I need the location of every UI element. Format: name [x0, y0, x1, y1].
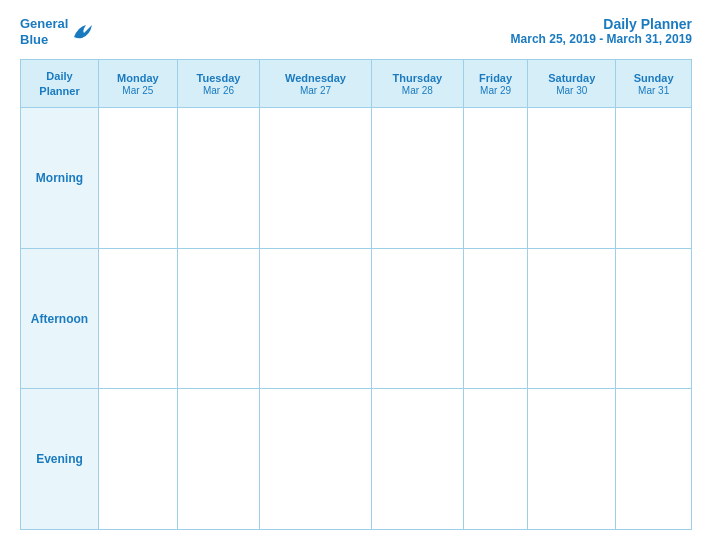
logo-blue: Blue	[20, 32, 48, 47]
col-monday: Monday Mar 25	[99, 60, 178, 108]
row-label-morning: Morning	[21, 108, 99, 249]
col-sunday-date: Mar 31	[618, 85, 689, 96]
logo-general: General	[20, 16, 68, 31]
cell-saturday-evening[interactable]	[528, 389, 616, 530]
table-row-afternoon: Afternoon	[21, 248, 692, 389]
table-row-evening: Evening	[21, 389, 692, 530]
cell-saturday-morning[interactable]	[528, 108, 616, 249]
cell-sunday-evening[interactable]	[616, 389, 692, 530]
cell-monday-evening[interactable]	[99, 389, 178, 530]
logo: General Blue	[20, 16, 94, 47]
cell-friday-evening[interactable]	[463, 389, 527, 530]
col-tuesday-day: Tuesday	[180, 71, 258, 85]
logo-bird-icon	[72, 23, 94, 41]
logo-text: General Blue	[20, 16, 68, 47]
page-header: General Blue Daily Planner March 25, 201…	[20, 16, 692, 47]
col-thursday-date: Mar 28	[374, 85, 461, 96]
col-monday-day: Monday	[101, 71, 175, 85]
col-tuesday: Tuesday Mar 26	[177, 60, 260, 108]
cell-saturday-afternoon[interactable]	[528, 248, 616, 389]
table-header-row: Daily Planner Monday Mar 25 Tuesday Mar …	[21, 60, 692, 108]
cell-monday-morning[interactable]	[99, 108, 178, 249]
row-label-afternoon: Afternoon	[21, 248, 99, 389]
col-saturday-date: Mar 30	[530, 85, 613, 96]
col-saturday: Saturday Mar 30	[528, 60, 616, 108]
planner-title: Daily Planner	[511, 16, 692, 32]
col-sunday: Sunday Mar 31	[616, 60, 692, 108]
cell-thursday-evening[interactable]	[371, 389, 463, 530]
label-line2: Planner	[39, 85, 79, 97]
col-wednesday-day: Wednesday	[262, 71, 369, 85]
col-saturday-day: Saturday	[530, 71, 613, 85]
col-wednesday: Wednesday Mar 27	[260, 60, 372, 108]
planner-table: Daily Planner Monday Mar 25 Tuesday Mar …	[20, 59, 692, 530]
cell-wednesday-evening[interactable]	[260, 389, 372, 530]
col-wednesday-date: Mar 27	[262, 85, 369, 96]
title-block: Daily Planner March 25, 2019 - March 31,…	[511, 16, 692, 46]
cell-friday-afternoon[interactable]	[463, 248, 527, 389]
col-thursday: Thursday Mar 28	[371, 60, 463, 108]
cell-thursday-morning[interactable]	[371, 108, 463, 249]
col-tuesday-date: Mar 26	[180, 85, 258, 96]
cell-wednesday-afternoon[interactable]	[260, 248, 372, 389]
cell-tuesday-evening[interactable]	[177, 389, 260, 530]
cell-monday-afternoon[interactable]	[99, 248, 178, 389]
cell-wednesday-morning[interactable]	[260, 108, 372, 249]
col-friday-day: Friday	[466, 71, 525, 85]
col-friday: Friday Mar 29	[463, 60, 527, 108]
table-row-morning: Morning	[21, 108, 692, 249]
cell-tuesday-morning[interactable]	[177, 108, 260, 249]
row-label-evening: Evening	[21, 389, 99, 530]
label-line1: Daily	[46, 70, 72, 82]
cell-sunday-afternoon[interactable]	[616, 248, 692, 389]
col-monday-date: Mar 25	[101, 85, 175, 96]
cell-sunday-morning[interactable]	[616, 108, 692, 249]
cell-tuesday-afternoon[interactable]	[177, 248, 260, 389]
cell-thursday-afternoon[interactable]	[371, 248, 463, 389]
col-friday-date: Mar 29	[466, 85, 525, 96]
col-sunday-day: Sunday	[618, 71, 689, 85]
cell-friday-morning[interactable]	[463, 108, 527, 249]
table-header-label: Daily Planner	[21, 60, 99, 108]
planner-date-range: March 25, 2019 - March 31, 2019	[511, 32, 692, 46]
col-thursday-day: Thursday	[374, 71, 461, 85]
